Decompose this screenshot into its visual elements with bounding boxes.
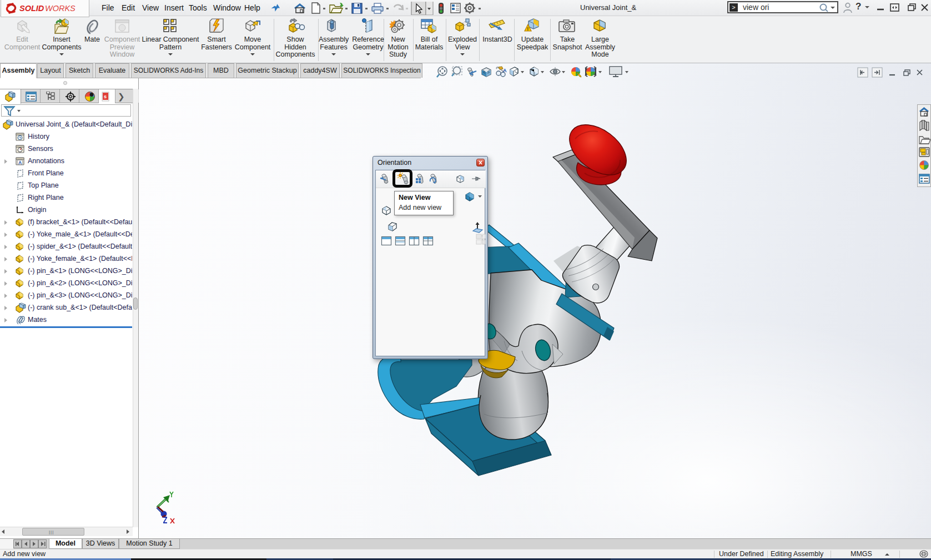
- svg-text:SOLID: SOLID: [19, 4, 44, 13]
- svg-text:s: s: [104, 94, 107, 99]
- svg-text:!: !: [527, 26, 529, 32]
- svg-text:WORKS: WORKS: [45, 4, 76, 13]
- svg-text:A: A: [503, 68, 507, 73]
- svg-text:A: A: [18, 160, 22, 165]
